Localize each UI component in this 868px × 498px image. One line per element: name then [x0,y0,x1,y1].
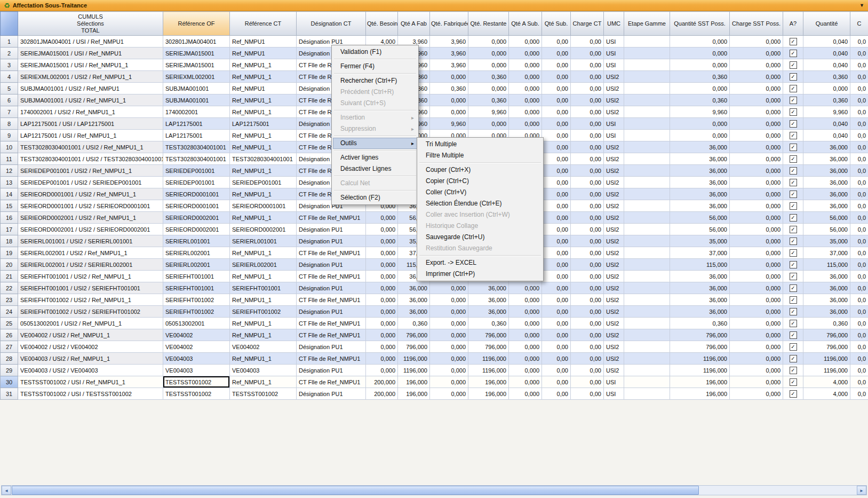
cell-charge_ct[interactable]: 0,00 [571,153,604,165]
assign-checkbox[interactable]: ✓ [790,144,797,151]
cell-ref_of[interactable]: TESTSST001002 [163,388,230,400]
col-header-besoin[interactable]: Qté. Besoin [366,12,398,36]
cell-sub[interactable]: 0,00 [542,153,571,165]
cell-quantite[interactable]: 36,000 [803,188,850,200]
cell-umc[interactable]: USI2 [604,188,624,200]
cell-charge_ct[interactable]: 0,00 [571,165,604,177]
cell-a[interactable]: ✓ [783,141,803,153]
cell-charge_ct[interactable]: 0,00 [571,106,604,118]
cell-sub[interactable]: 0,00 [542,318,571,329]
assign-checkbox[interactable]: ✓ [790,73,797,81]
col-header-umc[interactable]: UMC [604,12,624,36]
assign-checkbox[interactable]: ✓ [790,331,797,339]
cell-charge_ct[interactable]: 0,00 [571,200,604,212]
assign-checkbox[interactable]: ✓ [790,108,797,116]
cell-extra[interactable]: 0,0 [850,165,868,177]
cell-qsst_poss[interactable]: 36,000 [670,271,730,282]
col-header-a_sub[interactable]: Qté A Sub. [509,12,542,36]
cell-restante[interactable]: 36,000 [468,306,509,318]
cell-ref_of[interactable]: 050513002001 [163,318,230,329]
cell-fabriquee[interactable]: 0,000 [430,306,468,318]
cell-designation[interactable]: CT Flle de Ref_NMPU1 [297,271,366,282]
col-header-qsst_poss[interactable]: Quantité SST Poss. [670,12,730,36]
cell-ref_of[interactable]: SERIEFHT001001 [163,271,230,282]
cell-etape[interactable] [624,141,670,153]
cell-csst_poss[interactable]: 0,000 [730,294,783,306]
cell-csst_poss[interactable]: 0,000 [730,376,783,388]
cell-a[interactable]: ✓ [783,271,803,282]
cell-fabriquee[interactable]: 0,000 [430,353,468,365]
cell-umc[interactable]: USI2 [604,294,624,306]
row-header[interactable]: 22 [1,282,18,294]
cell-ref_of[interactable]: LAP12175001 [163,130,230,141]
cell-restante[interactable]: 196,000 [468,376,509,388]
cell-etape[interactable] [624,294,670,306]
cell-extra[interactable]: 0,0 [850,388,868,400]
cell-csst_poss[interactable]: 0,000 [730,177,783,188]
cell-restante[interactable]: 0,000 [468,36,509,48]
cell-a_sub[interactable]: 0,000 [509,318,542,329]
cell-cumuls[interactable]: SERIEJMA015001 / USI / Ref_NMPU1 [18,48,163,59]
assign-checkbox[interactable]: ✓ [790,85,797,92]
cell-restante[interactable]: 796,000 [468,329,509,341]
cell-cumuls[interactable]: VE004002 / USI2 / Ref_NMPU1_1 [18,329,163,341]
cell-extra[interactable]: 0,0 [850,94,868,106]
cell-charge_ct[interactable]: 0,00 [571,247,604,259]
cell-cumuls[interactable]: SERIEJMA015001 / USI / Ref_NMPU1_1 [18,59,163,71]
cell-designation[interactable]: CT Flle de Ref_NMPU1 [297,247,366,259]
cell-qsst_poss[interactable]: 196,000 [670,376,730,388]
cell-cumuls[interactable]: TESTSST001002 / USI / Ref_NMPU1_1 [18,376,163,388]
cell-extra[interactable]: 0,0 [850,329,868,341]
cell-charge_ct[interactable]: 0,00 [571,130,604,141]
cell-etape[interactable] [624,36,670,48]
cell-etape[interactable] [624,329,670,341]
cell-a[interactable]: ✓ [783,94,803,106]
cell-csst_poss[interactable]: 0,000 [730,271,783,282]
cell-besoin[interactable]: 0,000 [366,282,398,294]
cell-qsst_poss[interactable]: 196,000 [670,388,730,400]
cell-designation[interactable]: Désignation PU1 [297,282,366,294]
cell-charge_ct[interactable]: 0,00 [571,224,604,235]
cell-cumuls[interactable]: 302801JMA004001 / USI / Ref_NMPU1 [18,36,163,48]
cell-a[interactable]: ✓ [783,318,803,329]
cell-a_sub[interactable]: 0,000 [509,365,542,376]
row-header[interactable]: 31 [1,388,18,400]
cell-ref_ct[interactable]: LAP12175001 [230,118,297,130]
cell-csst_poss[interactable]: 0,000 [730,71,783,83]
cell-quantite[interactable]: 56,000 [803,224,850,235]
cell-umc[interactable]: USI2 [604,141,624,153]
menu-item[interactable]: Sauvegarde (Ctrl+U) [418,232,542,243]
cell-extra[interactable]: 0,0 [850,247,868,259]
menu-item[interactable]: Validation (F1) [333,46,417,58]
cell-umc[interactable]: USI2 [604,271,624,282]
cell-a[interactable]: ✓ [783,306,803,318]
assign-checkbox[interactable]: ✓ [790,61,797,69]
cell-charge_ct[interactable]: 0,00 [571,329,604,341]
cell-qsst_poss[interactable]: 0,360 [670,94,730,106]
assign-checkbox[interactable]: ✓ [790,38,797,45]
cell-a_fab[interactable]: 36,000 [398,282,430,294]
cell-cumuls[interactable]: VE004003 / USI2 / Ref_NMPU1_1 [18,353,163,365]
cell-sub[interactable]: 0,00 [542,71,571,83]
cell-a_fab[interactable]: 0,360 [398,318,430,329]
cell-cumuls[interactable]: SERIEDEP001001 / USI2 / SERIEDEP001001 [18,177,163,188]
cell-qsst_poss[interactable]: 36,000 [670,177,730,188]
row-header[interactable]: 25 [1,318,18,329]
cell-extra[interactable]: 0,0 [850,48,868,59]
cell-etape[interactable] [624,48,670,59]
cell-ref_ct[interactable]: Ref_NMPU1 [230,48,297,59]
row-header[interactable]: 14 [1,188,18,200]
cell-besoin[interactable]: 0,000 [366,259,398,271]
cell-cumuls[interactable]: LAP12175001 / USI / Ref_NMPU1_1 [18,130,163,141]
cell-ref_of[interactable]: SERIEJMA015001 [163,48,230,59]
scroll-left-arrow-icon[interactable]: ◄ [2,486,11,495]
menu-item[interactable]: Sélection (F2) [333,192,417,203]
cell-a[interactable]: ✓ [783,388,803,400]
cell-a[interactable]: ✓ [783,83,803,94]
cell-quantite[interactable]: 1196,000 [803,353,850,365]
cell-ref_ct[interactable]: TEST30280304001001 [230,153,297,165]
window-menu-arrow-icon[interactable]: ▼ [859,3,864,8]
cell-a_sub[interactable]: 0,000 [509,353,542,365]
cell-umc[interactable]: USI2 [604,177,624,188]
cell-a_sub[interactable]: 0,000 [509,48,542,59]
